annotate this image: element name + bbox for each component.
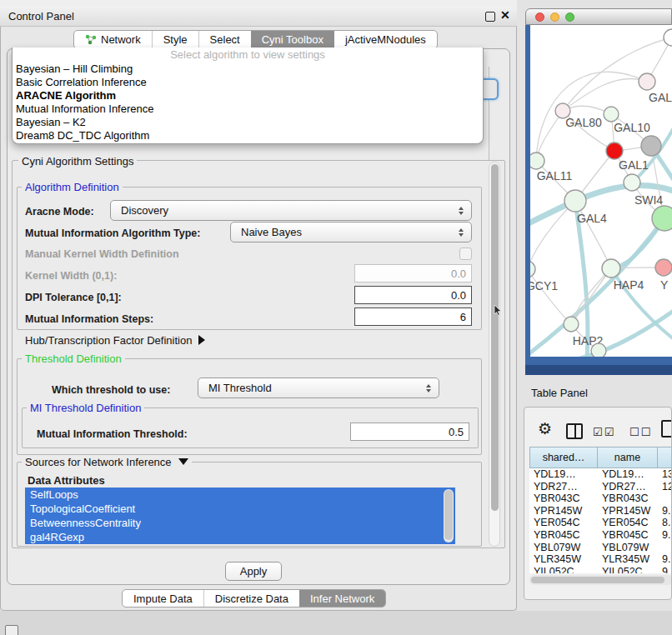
which-threshold-combo[interactable]: MI Threshold [198,378,439,398]
tab-select[interactable]: Select [198,31,251,48]
close-traffic-light[interactable] [535,12,544,22]
tab-infer-network[interactable]: Infer Network [299,590,385,607]
zoom-traffic-light[interactable] [565,12,574,22]
docked-panel-icon[interactable] [5,625,18,635]
apply-button[interactable]: Apply [225,562,282,581]
unchecked-columns-icon[interactable]: ☐☐ [629,426,652,438]
algorithm-option[interactable]: ARACNE Algorithm [13,89,483,102]
minimize-traffic-light[interactable] [550,12,559,22]
table-row[interactable]: YBR043CYBR043C [529,492,672,505]
table-row[interactable]: YDR27…YDR27…12 [529,481,672,493]
table-cell: YIL052C [598,566,658,573]
network-node[interactable] [530,152,544,169]
data-attributes-list[interactable]: SelfLoopsTopologicalCoefficientBetweenne… [25,488,455,544]
stepper-arrows-icon [459,228,464,237]
network-canvas[interactable]: GALGAL80GAL10GAL1SWI4GAL11GAL4GCY1HAP4YH… [530,25,672,357]
dpi-tolerance-field[interactable]: 0.0 [354,286,472,304]
table-row[interactable]: YBR045CYBR045C9. [529,529,672,542]
mi-threshold-label: Mutual Information Threshold: [37,428,188,440]
gear-icon[interactable]: ⚙ [538,419,552,438]
aracne-mode-label: Aracne Mode: [25,206,94,218]
aracne-mode-combo[interactable]: Discovery [110,200,472,221]
attribute-item[interactable]: TopologicalCoefficient [25,502,455,516]
network-node[interactable] [664,29,672,46]
sources-toggle[interactable]: Sources for Network Inference [22,456,192,468]
table-cell: 12 [658,481,672,493]
network-node[interactable] [604,107,619,122]
column-header[interactable]: A [658,447,672,468]
tab-impute-data[interactable]: Impute Data [123,590,203,607]
table-panel-title: Table Panel [531,387,588,399]
mi-algorithm-type-combo[interactable]: Naive Bayes [230,222,472,242]
mi-steps-field[interactable]: 6 [354,308,472,326]
network-node[interactable] [624,174,640,191]
split-pane-icon[interactable] [566,423,583,439]
network-node[interactable] [652,206,672,231]
checked-columns-icon[interactable]: ☑☑ [593,426,615,438]
list-scrollbar[interactable] [444,489,454,542]
network-node[interactable] [591,343,606,357]
tab-discretize-data[interactable]: Discretize Data [203,590,299,607]
network-node[interactable] [564,190,586,212]
table-row[interactable]: YBL079WYBL079W [529,542,672,554]
table-cell: YER054C [529,517,598,529]
hub-definition-toggle[interactable]: Hub/Transcription Factor Definition [25,334,205,347]
network-node[interactable] [606,142,623,159]
scrollbar-thumb[interactable] [444,490,453,540]
tab-style[interactable]: Style [152,31,198,48]
close-icon[interactable]: ✕ [500,8,510,22]
group-title: Threshold Definition [22,352,125,365]
column-header[interactable]: name [598,447,658,468]
mi-threshold-field[interactable]: 0.5 [350,422,469,441]
tab-jactivemnodules[interactable]: jActiveMNodules [334,31,437,48]
network-node[interactable] [655,259,672,276]
settings-scrollbar[interactable] [489,162,500,547]
table-hscrollbar[interactable] [529,575,672,585]
data-attributes-label: Data Attributes [28,474,105,487]
table-row[interactable]: YIL052CYIL052C9 [529,566,672,573]
float-window-icon[interactable] [485,12,495,22]
node-table[interactable]: shared…nameA YDL19…YDL19…13YDR27…YDR27…1… [529,447,672,573]
network-edge [530,269,571,324]
stepper-arrows-icon [459,207,464,215]
attribute-item[interactable]: SelfLoops [25,488,455,502]
network-node[interactable] [530,261,535,278]
table-row[interactable]: YDL19…YDL19…13 [529,468,672,481]
attribute-item[interactable]: BetweennessCentrality [25,516,455,530]
attribute-item[interactable]: gal4RGexp [25,530,455,544]
table-cell: YBL079W [529,542,598,554]
column-header[interactable]: shared… [529,447,598,468]
scrollbar-thumb[interactable] [531,577,664,583]
window-frame-shade [525,365,672,375]
algorithm-option[interactable]: Basic Correlation Inference [13,76,483,89]
table-cell: YDR27… [529,481,598,493]
tab-network[interactable]: Network [74,31,152,48]
network-node[interactable] [564,317,579,332]
algorithm-option[interactable]: Bayesian – K2 [13,116,483,129]
algorithm-option[interactable]: Bayesian – Hill Climbing [13,62,483,76]
network-node[interactable] [641,136,661,156]
table-cell [658,492,672,505]
control-panel-titlebar [0,7,517,27]
algorithm-option[interactable]: Mutual Information Inference [13,102,483,116]
network-node[interactable] [602,259,620,278]
network-edge [571,268,611,324]
table-cell: YBR043C [529,492,598,505]
table-cell: YBL079W [598,542,658,554]
manual-kernel-checkbox[interactable] [459,248,472,260]
table-row[interactable]: YLR345WYLR345W9. [529,553,672,566]
tab-cyni-toolbox[interactable]: Cyni Toolbox [251,31,334,48]
network-node[interactable] [639,73,655,90]
kernel-width-field[interactable]: 0.0 [354,264,472,282]
node-label: HAP4 [614,278,644,292]
table-cell: 9. [658,553,672,566]
table-row[interactable]: YER054CYER054C8. [529,517,672,529]
scrollbar-thumb[interactable] [491,164,499,511]
network-canvas-bg: GALGAL80GAL10GAL1SWI4GAL11GAL4GCY1HAP4YH… [530,25,672,357]
algorithm-option[interactable]: Dream8 DC_TDC Algorithm [13,129,483,142]
control-panel-tabs: Network Style Select Cyni Toolbox jActiv… [73,30,438,49]
network-window-titlebar[interactable] [525,8,672,25]
table-row[interactable]: YPR145WYPR145W9. [529,505,672,518]
new-table-icon[interactable] [661,420,672,438]
algorithm-dropdown-popup: Select algorithm to view settings Bayesi… [12,48,484,144]
